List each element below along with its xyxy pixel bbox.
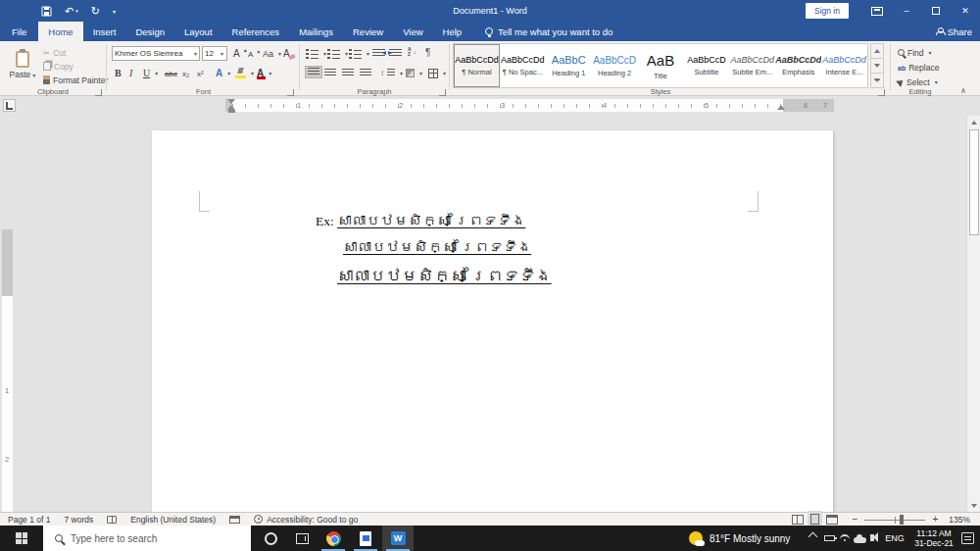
action-center-icon[interactable] (961, 532, 974, 544)
tab-file[interactable]: File (0, 22, 38, 41)
start-button[interactable] (0, 526, 43, 551)
tab-insert[interactable]: Insert (83, 22, 126, 41)
page-count-indicator[interactable]: Page 1 of 1 (8, 515, 50, 525)
zoom-in-button[interactable]: + (932, 514, 938, 525)
paragraph-dialog-launcher[interactable] (439, 89, 446, 96)
show-formatting-marks-button[interactable]: ¶ (425, 46, 430, 59)
restore-button[interactable] (921, 0, 951, 22)
styles-dialog-launcher[interactable] (878, 89, 885, 96)
ribbon-display-options-button[interactable] (862, 0, 892, 22)
style-no-spacing[interactable]: AaBbCcDd ¶ No Spac... (500, 44, 546, 87)
highlight-button[interactable] (235, 67, 254, 79)
font-family-select[interactable]: Khmer OS Siemrea (112, 46, 200, 61)
minimize-button[interactable]: – (892, 0, 921, 22)
document-page[interactable]: Ex: សាលាបឋមសិក្សា ព្រៃទទឹង សាលាបឋមសិក្សា… (152, 130, 833, 512)
style-intense-emphasis[interactable]: AaBbCcDd Intense E... (821, 44, 867, 87)
read-mode-button[interactable] (792, 515, 804, 525)
task-view-button[interactable] (286, 526, 318, 551)
search-input[interactable] (71, 533, 232, 544)
paste-button[interactable]: Paste (6, 44, 39, 86)
first-line-indent-marker[interactable] (227, 99, 235, 104)
text-effects-button[interactable]: A (216, 67, 230, 79)
battery-icon[interactable] (824, 535, 835, 541)
font-size-select[interactable]: 12 (202, 46, 227, 61)
increase-indent-button[interactable] (389, 47, 402, 60)
styles-more-button[interactable] (870, 74, 884, 88)
volume-icon[interactable] (870, 534, 874, 541)
copy-button[interactable]: Copy (43, 60, 74, 73)
styles-scroll-up-button[interactable] (870, 43, 884, 59)
cortana-button[interactable] (255, 526, 286, 551)
bullets-button[interactable] (306, 47, 326, 60)
tab-help[interactable]: Help (433, 22, 472, 41)
wifi-icon[interactable] (840, 534, 850, 544)
align-right-button[interactable] (342, 67, 354, 79)
tell-me-box[interactable]: Tell me what you want to do (485, 22, 612, 41)
keyboard-icon[interactable] (229, 516, 240, 524)
font-dialog-launcher[interactable] (287, 89, 294, 96)
grow-font-button[interactable]: A▲ (233, 47, 248, 60)
zoom-out-button[interactable]: − (853, 514, 858, 525)
numbering-button[interactable] (327, 47, 348, 60)
tab-home[interactable]: Home (38, 22, 82, 41)
superscript-button[interactable]: x² (197, 68, 204, 80)
style-subtitle[interactable]: AaBbCcD Subtitle (683, 44, 729, 87)
align-center-button[interactable] (324, 67, 336, 79)
cut-button[interactable]: ✂ Cut (43, 46, 66, 59)
font-color-button[interactable]: A (257, 67, 271, 79)
zoom-level[interactable]: 135% (949, 515, 970, 525)
strikethrough-button[interactable]: abc (165, 68, 177, 80)
scrollbar-thumb[interactable] (969, 129, 979, 235)
share-button[interactable]: Share (936, 22, 972, 41)
sort-button[interactable]: AZ ↓ (408, 45, 416, 58)
sign-in-button[interactable]: Sign in (806, 3, 849, 19)
vertical-scrollbar[interactable] (966, 116, 980, 512)
word-count-indicator[interactable]: 7 words (64, 515, 93, 525)
borders-button[interactable] (428, 67, 446, 79)
decrease-indent-button[interactable] (372, 47, 385, 60)
web-layout-button[interactable] (826, 515, 838, 525)
style-heading-1[interactable]: AaBbC Heading 1 (546, 44, 592, 87)
shrink-font-button[interactable]: A▼ (248, 48, 261, 61)
tab-layout[interactable]: Layout (174, 22, 222, 41)
print-layout-button[interactable] (810, 514, 819, 525)
zoom-slider[interactable] (864, 515, 925, 525)
document-taskbar-button[interactable] (350, 526, 381, 551)
word-taskbar-button[interactable]: W (382, 526, 414, 551)
zoom-slider-thumb[interactable] (900, 515, 904, 525)
change-case-button[interactable]: Aa (263, 47, 281, 60)
input-language-indicator[interactable]: ENG (882, 526, 907, 551)
styles-scroll-down-button[interactable] (870, 59, 884, 74)
underline-button[interactable]: U (143, 67, 158, 79)
replace-button[interactable]: Replace (898, 61, 939, 74)
align-left-button[interactable] (305, 66, 322, 78)
tab-references[interactable]: References (222, 22, 290, 41)
weather-widget[interactable]: 81°F Mostly sunny (689, 526, 790, 551)
line-spacing-button[interactable]: ↕ (380, 67, 403, 79)
document-line-2[interactable]: សាលាបឋមសិក្សា ព្រៃទទឹង (343, 238, 531, 256)
bold-button[interactable]: B (115, 67, 122, 79)
style-subtle-emphasis[interactable]: AaBbCcDd Subtle Em... (729, 44, 775, 87)
proofing-book-icon[interactable] (107, 516, 117, 524)
style-heading-2[interactable]: AaBbCcD Heading 2 (592, 44, 638, 87)
tab-design[interactable]: Design (125, 22, 174, 41)
clock[interactable]: 11:12 AM 31-Dec-21 (909, 528, 958, 548)
italic-button[interactable]: I (129, 67, 132, 79)
tab-mailings[interactable]: Mailings (289, 22, 343, 41)
left-indent-marker[interactable] (228, 110, 235, 113)
scrollbar-up-button[interactable] (967, 116, 980, 128)
shading-button[interactable] (406, 67, 422, 79)
collapse-ribbon-button[interactable]: ∧ (960, 86, 966, 95)
clipboard-dialog-launcher[interactable] (95, 89, 102, 96)
format-painter-button[interactable]: Format Painter (43, 74, 108, 86)
scrollbar-down-button[interactable] (967, 499, 980, 512)
document-line-1[interactable]: Ex: សាលាបឋមសិក្សា ព្រៃទទឹង (316, 212, 525, 229)
subscript-button[interactable]: x₂ (182, 68, 189, 80)
tab-review[interactable]: Review (343, 22, 393, 41)
taskbar-search[interactable] (43, 526, 251, 551)
style-normal[interactable]: AaBbCcDd ¶ Normal (454, 44, 500, 87)
style-title[interactable]: AaB Title (638, 44, 684, 87)
right-indent-marker[interactable] (777, 105, 785, 110)
document-line-3[interactable]: សាលាបឋមសិក្សា ព្រៃទទឹង (337, 267, 552, 286)
close-button[interactable]: ✕ (951, 0, 980, 22)
